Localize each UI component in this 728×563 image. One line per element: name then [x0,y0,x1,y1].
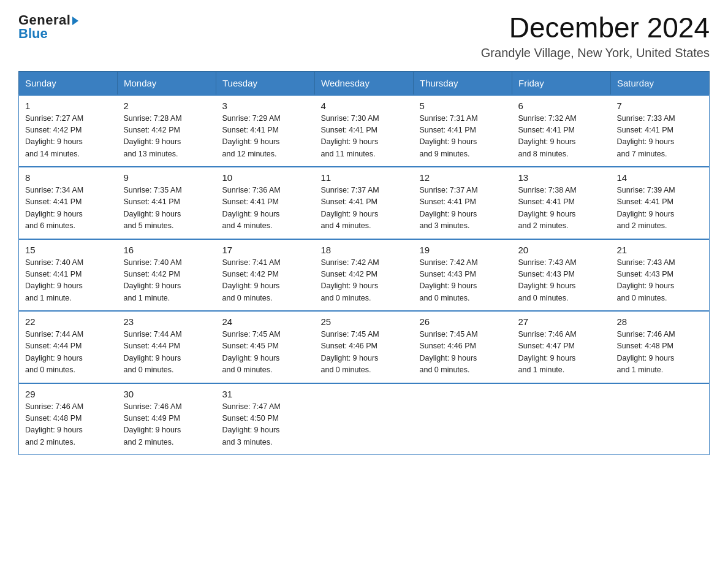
day-info: Sunrise: 7:42 AMSunset: 4:42 PMDaylight:… [321,257,408,305]
day-number: 14 [617,172,703,183]
day-number: 19 [420,245,506,255]
calendar-cell: 19Sunrise: 7:42 AMSunset: 4:43 PMDayligh… [414,239,512,312]
day-info: Sunrise: 7:46 AMSunset: 4:48 PMDaylight:… [25,401,112,449]
calendar-cell: 13Sunrise: 7:38 AMSunset: 4:41 PMDayligh… [512,167,611,239]
day-number: 23 [124,316,210,327]
day-number: 28 [617,316,703,327]
calendar-cell: 9Sunrise: 7:35 AMSunset: 4:41 PMDaylight… [118,167,216,239]
logo-arrow-icon [72,17,78,25]
day-number: 26 [420,316,506,327]
calendar-cell: 6Sunrise: 7:32 AMSunset: 4:41 PMDaylight… [512,95,611,167]
day-header-monday: Monday [118,71,216,95]
calendar-cell: 14Sunrise: 7:39 AMSunset: 4:41 PMDayligh… [611,167,710,239]
day-header-friday: Friday [512,71,611,95]
calendar-cell: 29Sunrise: 7:46 AMSunset: 4:48 PMDayligh… [19,383,118,455]
day-number: 27 [518,316,605,327]
day-info: Sunrise: 7:35 AMSunset: 4:41 PMDaylight:… [124,185,210,232]
day-info: Sunrise: 7:40 AMSunset: 4:41 PMDaylight:… [25,257,112,305]
calendar-header-row: SundayMondayTuesdayWednesdayThursdayFrid… [19,71,710,95]
calendar-cell: 10Sunrise: 7:36 AMSunset: 4:41 PMDayligh… [216,167,315,239]
day-info: Sunrise: 7:46 AMSunset: 4:49 PMDaylight:… [124,401,210,449]
day-info: Sunrise: 7:44 AMSunset: 4:44 PMDaylight:… [124,329,210,377]
day-info: Sunrise: 7:30 AMSunset: 4:41 PMDaylight:… [321,113,408,161]
day-number: 8 [25,172,112,183]
day-header-tuesday: Tuesday [216,71,315,95]
calendar-cell: 20Sunrise: 7:43 AMSunset: 4:43 PMDayligh… [512,239,611,312]
day-info: Sunrise: 7:29 AMSunset: 4:41 PMDaylight:… [222,113,309,161]
day-number: 22 [25,316,112,327]
calendar-cell: 31Sunrise: 7:47 AMSunset: 4:50 PMDayligh… [216,383,315,455]
day-info: Sunrise: 7:40 AMSunset: 4:42 PMDaylight:… [124,257,210,305]
calendar-cell: 27Sunrise: 7:46 AMSunset: 4:47 PMDayligh… [512,311,611,383]
calendar-cell: 17Sunrise: 7:41 AMSunset: 4:42 PMDayligh… [216,239,315,312]
day-number: 21 [617,245,703,255]
week-row-1: 1Sunrise: 7:27 AMSunset: 4:42 PMDaylight… [19,95,710,167]
day-number: 2 [124,101,210,111]
day-number: 5 [420,101,506,111]
day-info: Sunrise: 7:37 AMSunset: 4:41 PMDaylight:… [420,185,506,232]
day-number: 9 [124,172,210,183]
day-info: Sunrise: 7:36 AMSunset: 4:41 PMDaylight:… [222,185,309,232]
day-info: Sunrise: 7:39 AMSunset: 4:41 PMDaylight:… [617,185,703,232]
day-number: 1 [25,101,112,111]
month-title: December 2024 [481,12,710,44]
day-info: Sunrise: 7:38 AMSunset: 4:41 PMDaylight:… [518,185,605,232]
calendar-cell: 23Sunrise: 7:44 AMSunset: 4:44 PMDayligh… [118,311,216,383]
day-number: 10 [222,172,309,183]
day-header-wednesday: Wednesday [315,71,414,95]
day-number: 6 [518,101,605,111]
week-row-3: 15Sunrise: 7:40 AMSunset: 4:41 PMDayligh… [19,239,710,312]
day-info: Sunrise: 7:33 AMSunset: 4:41 PMDaylight:… [617,113,703,161]
day-info: Sunrise: 7:42 AMSunset: 4:43 PMDaylight:… [420,257,506,305]
day-info: Sunrise: 7:37 AMSunset: 4:41 PMDaylight:… [321,185,408,232]
day-info: Sunrise: 7:43 AMSunset: 4:43 PMDaylight:… [518,257,605,305]
day-number: 24 [222,316,309,327]
calendar-cell: 16Sunrise: 7:40 AMSunset: 4:42 PMDayligh… [118,239,216,312]
calendar-cell: 3Sunrise: 7:29 AMSunset: 4:41 PMDaylight… [216,95,315,167]
day-header-sunday: Sunday [19,71,118,95]
day-info: Sunrise: 7:31 AMSunset: 4:41 PMDaylight:… [420,113,506,161]
calendar-cell: 5Sunrise: 7:31 AMSunset: 4:41 PMDaylight… [414,95,512,167]
logo: General Blue [18,12,78,42]
day-number: 11 [321,172,408,183]
calendar-cell: 7Sunrise: 7:33 AMSunset: 4:41 PMDaylight… [611,95,710,167]
day-info: Sunrise: 7:45 AMSunset: 4:45 PMDaylight:… [222,329,309,377]
calendar-cell [512,383,611,455]
calendar-cell: 8Sunrise: 7:34 AMSunset: 4:41 PMDaylight… [19,167,118,239]
day-info: Sunrise: 7:28 AMSunset: 4:42 PMDaylight:… [124,113,210,161]
day-info: Sunrise: 7:46 AMSunset: 4:47 PMDaylight:… [518,329,605,377]
calendar-cell [414,383,512,455]
calendar-cell: 22Sunrise: 7:44 AMSunset: 4:44 PMDayligh… [19,311,118,383]
calendar-cell: 2Sunrise: 7:28 AMSunset: 4:42 PMDaylight… [118,95,216,167]
calendar-cell: 4Sunrise: 7:30 AMSunset: 4:41 PMDaylight… [315,95,414,167]
day-info: Sunrise: 7:27 AMSunset: 4:42 PMDaylight:… [25,113,112,161]
day-number: 3 [222,101,309,111]
day-number: 16 [124,245,210,255]
day-info: Sunrise: 7:43 AMSunset: 4:43 PMDaylight:… [617,257,703,305]
calendar-cell [611,383,710,455]
day-number: 12 [420,172,506,183]
day-number: 30 [124,389,210,399]
calendar-cell: 12Sunrise: 7:37 AMSunset: 4:41 PMDayligh… [414,167,512,239]
day-info: Sunrise: 7:32 AMSunset: 4:41 PMDaylight:… [518,113,605,161]
calendar-cell: 21Sunrise: 7:43 AMSunset: 4:43 PMDayligh… [611,239,710,312]
calendar-cell: 26Sunrise: 7:45 AMSunset: 4:46 PMDayligh… [414,311,512,383]
day-number: 29 [25,389,112,399]
day-header-saturday: Saturday [611,71,710,95]
calendar-cell [315,383,414,455]
logo-blue-text: Blue [18,26,48,42]
title-block: December 2024 Grandyle Village, New York… [481,12,710,60]
day-info: Sunrise: 7:46 AMSunset: 4:48 PMDaylight:… [617,329,703,377]
day-number: 15 [25,245,112,255]
day-number: 31 [222,389,309,399]
page-header: General Blue December 2024 Grandyle Vill… [18,12,710,60]
day-number: 18 [321,245,408,255]
day-number: 17 [222,245,309,255]
day-number: 7 [617,101,703,111]
day-number: 13 [518,172,605,183]
day-info: Sunrise: 7:41 AMSunset: 4:42 PMDaylight:… [222,257,309,305]
calendar-cell: 25Sunrise: 7:45 AMSunset: 4:46 PMDayligh… [315,311,414,383]
week-row-5: 29Sunrise: 7:46 AMSunset: 4:48 PMDayligh… [19,383,710,455]
day-info: Sunrise: 7:44 AMSunset: 4:44 PMDaylight:… [25,329,112,377]
calendar-cell: 11Sunrise: 7:37 AMSunset: 4:41 PMDayligh… [315,167,414,239]
